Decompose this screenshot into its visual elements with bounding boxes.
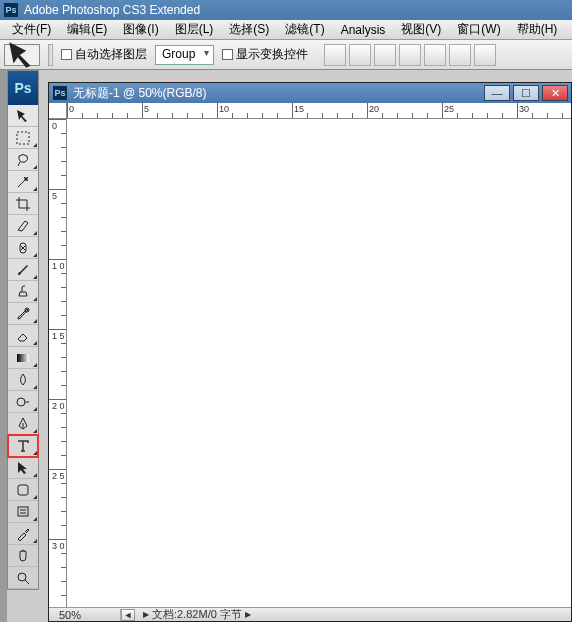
eyedropper-tool[interactable] — [8, 523, 38, 545]
svg-point-4 — [17, 398, 25, 406]
separator — [48, 44, 53, 66]
magic-wand-tool[interactable] — [8, 171, 38, 193]
crop-tool[interactable] — [8, 193, 38, 215]
document-title: 无标题-1 @ 50%(RGB/8) — [73, 85, 207, 102]
path-selection-tool[interactable] — [8, 457, 38, 479]
hand-tool[interactable] — [8, 545, 38, 567]
auto-select-dropdown[interactable]: Group — [155, 45, 214, 65]
tools-panel-header[interactable]: Ps — [8, 71, 38, 105]
app-icon: Ps — [4, 3, 18, 17]
menu-window[interactable]: 窗口(W) — [451, 19, 506, 40]
notes-tool[interactable] — [8, 501, 38, 523]
document-icon: Ps — [53, 86, 67, 100]
align-btn[interactable] — [474, 44, 496, 66]
align-btn[interactable] — [424, 44, 446, 66]
menu-layer[interactable]: 图层(L) — [169, 19, 220, 40]
slice-tool[interactable] — [8, 215, 38, 237]
svg-rect-0 — [17, 132, 29, 144]
document-titlebar[interactable]: Ps 无标题-1 @ 50%(RGB/8) — ☐ ✕ — [49, 83, 571, 103]
show-transform-checkbox[interactable]: 显示变换控件 — [222, 46, 308, 63]
maximize-button[interactable]: ☐ — [513, 85, 539, 101]
svg-rect-3 — [17, 354, 29, 362]
clone-stamp-tool[interactable] — [8, 281, 38, 303]
dodge-tool[interactable] — [8, 391, 38, 413]
menu-help[interactable]: 帮助(H) — [511, 19, 564, 40]
pen-tool[interactable] — [8, 413, 38, 435]
zoom-level[interactable]: 50% — [49, 609, 121, 621]
menu-filter[interactable]: 滤镜(T) — [279, 19, 330, 40]
brush-tool[interactable] — [8, 259, 38, 281]
menu-view[interactable]: 视图(V) — [395, 19, 447, 40]
align-btn[interactable] — [399, 44, 421, 66]
align-btn[interactable] — [324, 44, 346, 66]
move-tool[interactable] — [8, 105, 38, 127]
lasso-tool[interactable] — [8, 149, 38, 171]
menu-image[interactable]: 图像(I) — [117, 19, 164, 40]
menubar: 文件(F) 编辑(E) 图像(I) 图层(L) 选择(S) 滤镜(T) Anal… — [0, 20, 572, 40]
align-btn[interactable] — [349, 44, 371, 66]
healing-brush-tool[interactable] — [8, 237, 38, 259]
align-btn[interactable] — [449, 44, 471, 66]
svg-rect-6 — [18, 507, 28, 516]
left-dock-strip — [0, 70, 7, 622]
app-title: Adobe Photoshop CS3 Extended — [24, 3, 200, 17]
tools-panel: Ps — [7, 70, 39, 590]
eraser-tool[interactable] — [8, 325, 38, 347]
align-btn[interactable] — [374, 44, 396, 66]
svg-rect-5 — [18, 485, 28, 495]
type-tool[interactable] — [8, 435, 38, 457]
document-info[interactable]: ▶ 文档:2.82M/0 字节 ▶ — [135, 607, 251, 622]
history-brush-tool[interactable] — [8, 303, 38, 325]
scroll-left-button[interactable]: ◄ — [121, 609, 135, 621]
gradient-tool[interactable] — [8, 347, 38, 369]
menu-analysis[interactable]: Analysis — [335, 21, 392, 39]
current-tool-indicator[interactable] — [4, 44, 40, 66]
minimize-button[interactable]: — — [484, 85, 510, 101]
document-window: Ps 无标题-1 @ 50%(RGB/8) — ☐ ✕ 051015202530… — [48, 82, 572, 622]
zoom-tool[interactable] — [8, 567, 38, 589]
svg-point-7 — [18, 573, 26, 581]
align-buttons-group — [324, 44, 496, 66]
app-titlebar: Ps Adobe Photoshop CS3 Extended — [0, 0, 572, 20]
menu-select[interactable]: 选择(S) — [223, 19, 275, 40]
ruler-origin[interactable] — [49, 103, 67, 119]
menu-edit[interactable]: 编辑(E) — [61, 19, 113, 40]
horizontal-ruler[interactable]: 051015202530 — [67, 103, 571, 119]
blur-tool[interactable] — [8, 369, 38, 391]
canvas[interactable] — [67, 119, 571, 607]
status-bar: 50% ◄ ▶ 文档:2.82M/0 字节 ▶ — [49, 607, 571, 621]
options-bar: 自动选择图层 Group 显示变换控件 — [0, 40, 572, 70]
auto-select-layer-checkbox[interactable]: 自动选择图层 — [61, 46, 147, 63]
marquee-tool[interactable] — [8, 127, 38, 149]
close-button[interactable]: ✕ — [542, 85, 568, 101]
vertical-ruler[interactable]: 051 01 52 02 53 0 — [49, 119, 67, 607]
shape-tool[interactable] — [8, 479, 38, 501]
